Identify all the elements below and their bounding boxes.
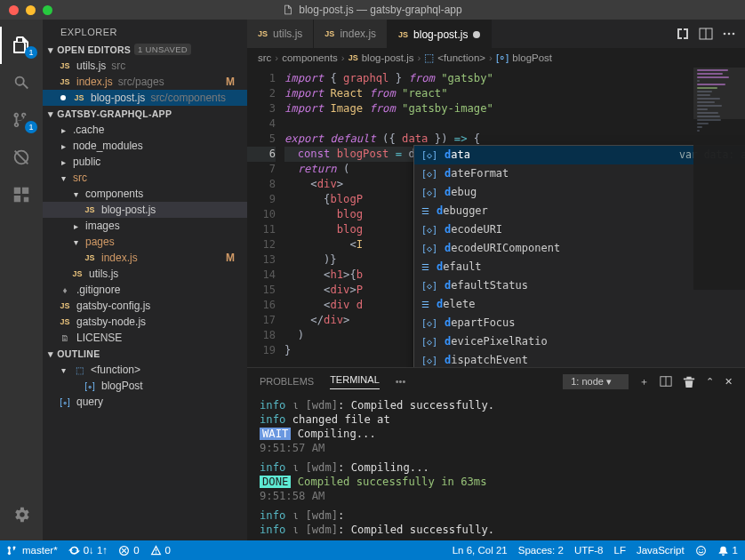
close-panel-icon[interactable]: ✕	[725, 376, 733, 388]
svg-point-14	[696, 546, 705, 555]
suggest-item[interactable]: ☰delete	[414, 295, 745, 314]
panel-tab-problems[interactable]: PROBLEMS	[260, 376, 314, 387]
terminal-body[interactable]: info ι [wdm]: Compiled successfully. inf…	[247, 395, 745, 540]
file-icon	[283, 4, 293, 15]
explorer-badge: 1	[25, 46, 37, 59]
status-encoding[interactable]: UTF-8	[574, 545, 604, 556]
breadcrumb[interactable]: src› components› JSblog-post.js› ⬚<funct…	[247, 48, 745, 68]
unsaved-badge: 1 UNSAVED	[134, 44, 191, 55]
folder-item[interactable]: ▾components	[43, 186, 247, 202]
file-item[interactable]: ♦.gitignore	[43, 282, 247, 298]
suggest-item[interactable]: [◇]dispatchEvent	[414, 351, 745, 367]
svg-point-6	[733, 33, 735, 36]
compare-changes-icon[interactable]	[676, 27, 690, 41]
terminal-select[interactable]: 1: node ▾	[563, 374, 629, 389]
panel-tab-more[interactable]: •••	[396, 376, 406, 387]
status-notifications[interactable]: 1	[717, 545, 738, 556]
status-feedback-icon[interactable]	[695, 545, 707, 556]
svg-point-4	[724, 33, 726, 36]
open-editor-item[interactable]: JS blog-post.js src/components	[43, 90, 247, 106]
file-item[interactable]: JSblog-post.js	[43, 202, 247, 218]
gutter: 12345 6 789101112 13141516171819	[247, 68, 284, 367]
chevron-down-icon: ▾	[48, 108, 53, 119]
panel-tabs: PROBLEMS TERMINAL ••• 1: node ▾ ＋ ⌃ ✕	[247, 368, 745, 395]
status-eol[interactable]: LF	[613, 545, 625, 556]
explorer-activity-icon[interactable]: 1	[0, 27, 43, 64]
extensions-activity-icon[interactable]	[0, 176, 43, 213]
folder-item[interactable]: ▾pages	[43, 234, 247, 250]
status-bar: master* 0↓ 1↑ 0 0 Ln 6, Col 21 Spaces: 2…	[0, 540, 745, 560]
dirty-indicator-icon	[60, 95, 66, 100]
folder-item[interactable]: ▾src	[43, 170, 247, 186]
open-editor-item[interactable]: JS index.js src/pages M	[43, 74, 247, 90]
svg-point-13	[155, 552, 156, 553]
file-item[interactable]: JSgatsby-config.js	[43, 298, 247, 314]
debug-activity-icon[interactable]	[0, 139, 43, 176]
split-terminal-icon[interactable]	[660, 375, 672, 388]
settings-activity-icon[interactable]	[0, 496, 43, 533]
file-item[interactable]: JSindex.jsM	[43, 250, 247, 266]
status-lncol[interactable]: Ln 6, Col 21	[453, 545, 508, 556]
status-errors[interactable]: 0	[118, 545, 139, 556]
minimap[interactable]	[693, 68, 745, 290]
scm-activity-icon[interactable]: 1	[0, 101, 43, 139]
new-terminal-icon[interactable]: ＋	[639, 375, 649, 388]
folder-item[interactable]: ▸node_modules	[43, 138, 247, 154]
tab-utils[interactable]: JSutils.js	[247, 20, 314, 48]
dirty-indicator-icon	[473, 31, 480, 38]
status-lang[interactable]: JavaScript	[637, 545, 685, 556]
split-editor-icon[interactable]	[699, 27, 713, 41]
outline-item[interactable]: [∘]query	[43, 394, 247, 410]
folder-item[interactable]: ▸public	[43, 154, 247, 170]
folder-item[interactable]: ▸images	[43, 218, 247, 234]
titlebar: blog-post.js — gatsby-graphql-app	[0, 0, 745, 20]
open-editor-item[interactable]: JS utils.js src	[43, 58, 247, 74]
sidebar-title: EXPLORER	[43, 20, 247, 41]
svg-point-5	[728, 33, 731, 36]
suggest-item[interactable]: [◇]devicePixelRatio	[414, 332, 745, 351]
chevron-down-icon: ▾	[48, 44, 53, 55]
tab-bar: JSutils.js JSindex.js JSblog-post.js	[247, 20, 745, 48]
maximize-panel-icon[interactable]: ⌃	[706, 376, 714, 388]
tab-index[interactable]: JSindex.js	[314, 20, 388, 48]
folder-item[interactable]: ▸.cache	[43, 122, 247, 138]
status-sync[interactable]: 0↓ 1↑	[68, 545, 108, 556]
file-item[interactable]: JSgatsby-node.js	[43, 314, 247, 330]
variable-icon: [◇]	[421, 148, 437, 163]
search-activity-icon[interactable]	[0, 64, 43, 101]
file-item[interactable]: JSutils.js	[43, 266, 247, 282]
panel-tab-terminal[interactable]: TERMINAL	[330, 374, 380, 389]
outline-item[interactable]: [∘]blogPost	[43, 378, 247, 394]
status-warnings[interactable]: 0	[150, 545, 171, 556]
panel: PROBLEMS TERMINAL ••• 1: node ▾ ＋ ⌃ ✕ in…	[247, 367, 745, 540]
code-editor[interactable]: 12345 6 789101112 13141516171819 import …	[247, 68, 745, 367]
activity-bar: 1 1	[0, 20, 43, 540]
window-title: blog-post.js — gatsby-graphql-app	[0, 4, 745, 16]
suggest-item[interactable]: [◇]departFocus	[414, 314, 745, 332]
kill-terminal-icon[interactable]	[683, 375, 695, 388]
svg-point-15	[699, 548, 700, 549]
file-item[interactable]: 🗎LICENSE	[43, 330, 247, 346]
status-spaces[interactable]: Spaces: 2	[518, 545, 564, 556]
chevron-down-icon: ▾	[48, 348, 53, 359]
tab-blog-post[interactable]: JSblog-post.js	[388, 20, 492, 48]
open-editors-header[interactable]: ▾ OPEN EDITORS 1 UNSAVED	[43, 41, 247, 58]
scm-badge: 1	[25, 121, 37, 133]
more-actions-icon[interactable]	[722, 27, 736, 41]
project-header[interactable]: ▾ GATSBY-GRAPHQL-APP	[43, 106, 247, 122]
outline-item[interactable]: ▾⬚<function>	[43, 362, 247, 378]
code-lines: import { graphql } from "gatsby" import …	[284, 68, 745, 367]
svg-point-16	[701, 548, 702, 549]
outline-header[interactable]: ▾ OUTLINE	[43, 346, 247, 362]
status-branch[interactable]: master*	[7, 545, 58, 556]
editor-group: JSutils.js JSindex.js JSblog-post.js src…	[247, 20, 745, 540]
sidebar: EXPLORER ▾ OPEN EDITORS 1 UNSAVED JS uti…	[43, 20, 247, 540]
